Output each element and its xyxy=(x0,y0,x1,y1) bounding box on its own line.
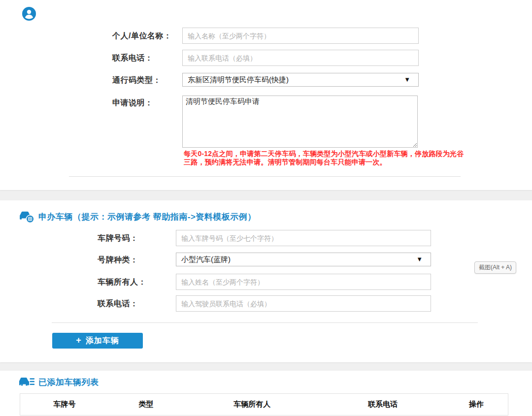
plus-icon: + xyxy=(76,336,82,345)
section-divider xyxy=(52,322,478,323)
table-header-row: 车牌号 类型 车辆所有人 联系电话 操作 xyxy=(20,394,508,416)
driver-phone-input[interactable] xyxy=(176,295,431,312)
owner-label: 车辆所有人： xyxy=(98,274,176,288)
chevron-down-icon: ▼ xyxy=(404,76,410,83)
pass-type-select[interactable]: 东新区清明节便民停车码(快捷) ▼ xyxy=(182,73,419,87)
pass-type-label: 通行码类型： xyxy=(112,72,182,86)
add-vehicle-button[interactable]: + 添加车辆 xyxy=(52,333,143,349)
car-list-icon xyxy=(19,376,34,389)
plate-number-input[interactable] xyxy=(176,230,431,246)
col-header-actions: 操作 xyxy=(445,394,508,416)
added-vehicles-panel: 已添加车辆列表 车牌号 类型 车辆所有人 联系电话 操作 xyxy=(0,371,532,416)
name-input[interactable] xyxy=(182,28,419,44)
plate-type-label: 号牌种类： xyxy=(98,252,176,265)
owner-input[interactable] xyxy=(176,274,431,290)
vehicle-panel: 申办车辆（提示：示例请参考 帮助指南->资料模板示例） 车牌号码： 号牌种类： … xyxy=(0,200,532,362)
col-header-phone: 联系电话 xyxy=(321,394,445,416)
contact-phone-input[interactable] xyxy=(182,50,419,66)
description-label: 申请说明： xyxy=(112,95,182,108)
car-plate-icon xyxy=(19,210,34,224)
user-icon xyxy=(22,7,36,21)
vehicle-section-title: 申办车辆（提示：示例请参考 帮助指南->资料模板示例） xyxy=(38,211,256,223)
applicant-panel: 个人/单位名称： 联系电话： 通行码类型： 东新区清明节便民停车码(快捷) ▼ … xyxy=(0,0,532,190)
added-list-title: 已添加车辆列表 xyxy=(38,377,99,388)
contact-phone-label: 联系电话： xyxy=(112,50,182,64)
plate-type-select[interactable]: 小型汽车(蓝牌) ▼ xyxy=(176,253,431,266)
screenshot-hotkey-chip[interactable]: 截图(Alt + A) xyxy=(474,261,516,274)
col-header-type: 类型 xyxy=(109,394,183,416)
application-notice-text: 每天0-12点之间，申请第二天停车码，车辆类型为小型汽车或小型新车辆，停放路段为… xyxy=(182,150,465,166)
col-header-owner: 车辆所有人 xyxy=(183,394,321,416)
section-divider xyxy=(69,176,461,177)
applicant-form: 个人/单位名称： 联系电话： 通行码类型： 东新区清明节便民停车码(快捷) ▼ … xyxy=(112,28,419,172)
pass-type-value: 东新区清明节便民停车码(快捷) xyxy=(188,75,289,85)
vehicle-form: 车牌号码： 号牌种类： 小型汽车(蓝牌) ▼ 车辆所有人： 联系电话： xyxy=(98,230,431,317)
added-vehicles-table: 车牌号 类型 车辆所有人 联系电话 操作 xyxy=(20,393,508,416)
col-header-plate: 车牌号 xyxy=(20,394,109,416)
plate-number-label: 车牌号码： xyxy=(98,230,176,244)
vehicle-section-header: 申办车辆（提示：示例请参考 帮助指南->资料模板示例） xyxy=(19,210,256,224)
name-label: 个人/单位名称： xyxy=(112,28,182,41)
added-list-section-header: 已添加车辆列表 xyxy=(19,376,99,389)
driver-phone-label: 联系电话： xyxy=(98,295,176,309)
plate-type-value: 小型汽车(蓝牌) xyxy=(181,255,231,264)
application-description-textarea[interactable]: 清明节便民停车码申请 xyxy=(182,96,418,148)
add-vehicle-label: 添加车辆 xyxy=(86,336,119,346)
chevron-down-icon: ▼ xyxy=(416,256,423,262)
